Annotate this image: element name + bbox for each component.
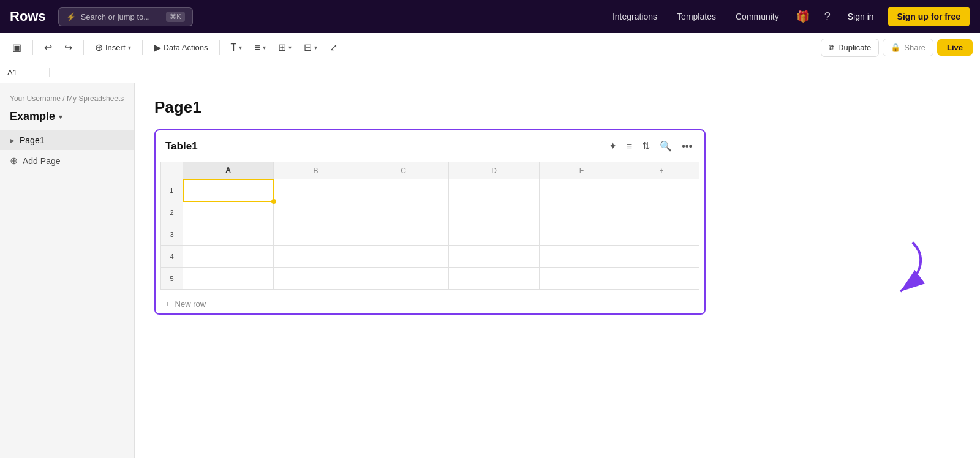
cell-d4[interactable] xyxy=(449,246,540,268)
undo-btn[interactable]: ↩ xyxy=(39,38,57,57)
insert-label: Insert xyxy=(105,43,126,52)
cell-plus-4 xyxy=(624,246,699,268)
table-row: 5 xyxy=(161,268,699,290)
cell-b2[interactable] xyxy=(274,201,358,223)
signup-button[interactable]: Sign up for free xyxy=(888,7,970,26)
text-icon: T xyxy=(231,42,237,53)
cell-format-caret: ▾ xyxy=(288,44,292,51)
cell-c1[interactable] xyxy=(358,179,449,201)
cell-a5[interactable] xyxy=(183,268,274,290)
cell-c5[interactable] xyxy=(358,268,449,290)
help-icon-btn[interactable]: ? xyxy=(821,8,834,26)
nav-templates[interactable]: Templates xyxy=(671,8,722,25)
col-header-a[interactable]: A xyxy=(183,162,274,179)
toggle-sidebar-btn[interactable]: ▣ xyxy=(7,38,26,57)
cell-format-btn[interactable]: ⊞ ▾ xyxy=(273,38,296,57)
cell-e3[interactable] xyxy=(540,223,624,246)
cell-b5[interactable] xyxy=(274,268,358,290)
cell-e5[interactable] xyxy=(540,268,624,290)
duplicate-button[interactable]: ⧉ Duplicate xyxy=(821,39,879,57)
signin-button[interactable]: Sign in xyxy=(842,8,880,25)
nav-integrations[interactable]: Integrations xyxy=(606,8,663,25)
cell-d5[interactable] xyxy=(449,268,540,290)
cell-plus-3 xyxy=(624,223,699,246)
col-header-c[interactable]: C xyxy=(358,162,449,179)
cell-e4[interactable] xyxy=(540,246,624,268)
sort-btn[interactable]: ⇅ xyxy=(639,138,652,154)
arrow-svg xyxy=(858,236,931,310)
cell-c2[interactable] xyxy=(358,201,449,223)
toolbar-right: ⧉ Duplicate 🔒 Share Live xyxy=(821,39,973,57)
cell-c3[interactable] xyxy=(358,223,449,246)
align-btn[interactable]: ≡ ▾ xyxy=(249,39,270,57)
cell-a2[interactable] xyxy=(183,201,274,223)
share-button[interactable]: 🔒 Share xyxy=(883,39,933,56)
duplicate-icon: ⧉ xyxy=(829,43,834,53)
row-num-1: 1 xyxy=(161,179,183,201)
cell-e2[interactable] xyxy=(540,201,624,223)
col-header-e[interactable]: E xyxy=(540,162,624,179)
add-page-plus-icon: ⊕ xyxy=(10,155,18,167)
new-row-plus-icon: + xyxy=(165,299,170,309)
cell-b3[interactable] xyxy=(274,223,358,246)
search-bar[interactable]: ⚡ Search or jump to... ⌘K xyxy=(58,7,193,26)
cell-e1[interactable] xyxy=(540,179,624,201)
table-row: 4 xyxy=(161,246,699,268)
main-layout: Your Username / My Spreadsheets Example … xyxy=(0,83,980,458)
insert-icon: ⊕ xyxy=(95,42,103,53)
link-btn[interactable]: ⤢ xyxy=(325,38,342,57)
cell-fill-handle[interactable] xyxy=(271,199,276,204)
data-actions-label: Data Actions xyxy=(164,43,208,52)
cell-format-icon: ⊞ xyxy=(278,42,286,53)
breadcrumb: Your Username / My Spreadsheets xyxy=(0,91,134,110)
new-row-btn[interactable]: + New row xyxy=(156,295,704,313)
redo-btn[interactable]: ↪ xyxy=(59,38,77,57)
undo-icon: ↩ xyxy=(44,42,52,53)
cell-a1[interactable] xyxy=(183,179,274,201)
cell-b4[interactable] xyxy=(274,246,358,268)
col-add-btn[interactable]: + xyxy=(624,162,699,179)
column-format-btn[interactable]: ⊟ ▾ xyxy=(299,38,322,57)
table-header-row: Table1 ✦ ≡ ⇅ 🔍 ••• xyxy=(156,130,704,162)
cell-formula-input[interactable] xyxy=(49,68,973,77)
insert-caret: ▾ xyxy=(128,44,131,51)
insert-btn[interactable]: ⊕ Insert ▾ xyxy=(90,38,136,57)
add-page-label: Add Page xyxy=(23,156,61,166)
cell-address: A1 xyxy=(7,68,44,77)
col-header-d[interactable]: D xyxy=(449,162,540,179)
col-header-b[interactable]: B xyxy=(274,162,358,179)
cell-c4[interactable] xyxy=(358,246,449,268)
cell-d2[interactable] xyxy=(449,201,540,223)
cell-a3[interactable] xyxy=(183,223,274,246)
add-page-btn[interactable]: ⊕ Add Page xyxy=(0,150,134,171)
title-caret-icon[interactable]: ▾ xyxy=(59,113,62,121)
toolbar: ▣ ↩ ↪ ⊕ Insert ▾ ▶ Data Actions T ▾ ≡ ▾ … xyxy=(0,33,980,62)
cell-a4[interactable] xyxy=(183,246,274,268)
filter-btn[interactable]: ≡ xyxy=(624,138,635,154)
search-shortcut: ⌘K xyxy=(166,12,184,22)
share-label: Share xyxy=(904,43,925,52)
breadcrumb-folder[interactable]: My Spreadsheets xyxy=(67,94,124,103)
search-table-btn[interactable]: 🔍 xyxy=(657,138,674,154)
nav-community[interactable]: Community xyxy=(729,8,785,25)
cell-plus-1 xyxy=(624,179,699,201)
page1-chevron-icon: ▶ xyxy=(10,137,15,144)
toolbar-divider-3 xyxy=(142,40,143,55)
cell-d1[interactable] xyxy=(449,179,540,201)
more-btn[interactable]: ••• xyxy=(679,138,695,154)
text-format-btn[interactable]: T ▾ xyxy=(226,39,247,57)
top-nav: Rows ⚡ Search or jump to... ⌘K Integrati… xyxy=(0,0,980,33)
sidebar-item-page1[interactable]: ▶ Page1 xyxy=(0,130,134,150)
cell-b1[interactable] xyxy=(274,179,358,201)
arrow-annotation xyxy=(858,236,931,312)
data-actions-btn[interactable]: ▶ Data Actions xyxy=(149,38,213,57)
cell-d3[interactable] xyxy=(449,223,540,246)
gift-icon-btn[interactable]: 🎁 xyxy=(793,7,813,26)
sparkle-btn[interactable]: ✦ xyxy=(606,138,619,154)
row-num-5: 5 xyxy=(161,268,183,290)
breadcrumb-user[interactable]: Your Username xyxy=(10,94,61,103)
live-button[interactable]: Live xyxy=(937,39,973,56)
table-container: Table1 ✦ ≡ ⇅ 🔍 ••• A B C xyxy=(154,129,706,315)
column-format-caret: ▾ xyxy=(314,44,317,51)
page-title: Page1 xyxy=(154,98,960,117)
